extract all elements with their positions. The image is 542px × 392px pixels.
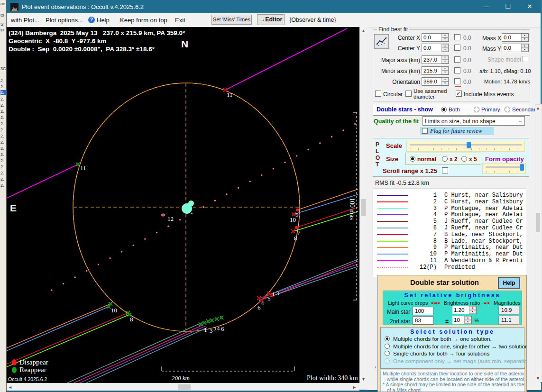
menu-keep-on-top[interactable]: Keep form on top (120, 17, 167, 24)
panel-vscroll-thumb[interactable] (536, 213, 540, 232)
major-axis-spin[interactable]: 237.0 ▲▼ (422, 55, 449, 64)
center-x-value[interactable]: 0.0 (422, 34, 441, 41)
observer-list[interactable]: 1C Hurst, near Salisbury2C Hurst, near S… (373, 189, 526, 277)
mass-y-spin[interactable]: 0.0 ▲▼ (502, 44, 529, 52)
major-axis-value[interactable]: 237.0 (422, 56, 441, 64)
observer-row[interactable]: 12(P)Predicted (373, 264, 525, 271)
radio-secondary-label[interactable]: Secondary (512, 107, 538, 112)
observer-time-label[interactable]: {Observer & time} (289, 17, 336, 23)
menu-with-plot[interactable]: with Plot... (11, 17, 39, 24)
radio-secondary[interactable] (505, 107, 510, 112)
orientation-value[interactable]: 359.0 (422, 78, 441, 85)
observer-row[interactable]: 10P Martinaitis, near Dut (373, 251, 525, 257)
ratio-value[interactable]: 1.20 (452, 306, 469, 314)
size-x2-label[interactable]: x 2 (450, 156, 458, 163)
scroll-range-checkbox[interactable] (442, 167, 448, 173)
close-button[interactable]: ✕ (519, 0, 541, 13)
use-assumed-checkbox[interactable] (405, 91, 412, 97)
radio-primary[interactable] (474, 107, 479, 112)
flag-review-checkbox[interactable] (422, 128, 428, 134)
radio-both[interactable] (441, 107, 447, 112)
observer-row[interactable]: 6J Rueff, near Cudlee Cr (373, 225, 525, 231)
fit-chart-button[interactable] (374, 34, 389, 49)
set-miss-times-button[interactable]: Set 'Miss' Times (211, 15, 252, 25)
observer-row[interactable]: 3P Montague, near Adelai (373, 205, 525, 212)
scale-slider[interactable] (406, 141, 525, 152)
plot-canvas[interactable]: *111191078108513461324612 (324) Bamberga… (7, 27, 359, 383)
main-star-input[interactable]: 100 (413, 307, 433, 315)
center-y-spin[interactable]: 0.0 ▲▼ (422, 44, 449, 52)
form-opacity-thumb[interactable] (520, 164, 524, 171)
panel-scroll-left-icon[interactable]: ‹ (375, 364, 377, 370)
scroll-up-arrow[interactable]: ▲ (360, 28, 367, 33)
include-miss-checkbox[interactable] (456, 91, 462, 97)
size-normal-label[interactable]: normal (417, 156, 436, 163)
radio-both-label[interactable]: Both (449, 107, 460, 112)
circular-checkbox[interactable] (375, 91, 381, 97)
observer-row[interactable]: 4P Montague, near Adelai (373, 211, 525, 218)
quality-combobox[interactable]: Limits on size, but no shape ⌄ (423, 116, 525, 126)
center-y-value[interactable]: 0.0 (422, 44, 441, 52)
solution-option[interactable]: One component only → set mags (auto min.… (384, 358, 522, 365)
solution-radio[interactable] (385, 344, 390, 349)
orientation-arrows[interactable]: ▲▼ (441, 78, 449, 85)
center-x-checkbox[interactable] (454, 34, 460, 40)
solution-option[interactable]: Multiple chords for both → one solution. (384, 336, 522, 343)
form-opacity-slider[interactable] (482, 163, 526, 174)
size-normal-radio[interactable] (410, 156, 415, 162)
minimize-button[interactable]: — (475, 0, 497, 13)
size-x5-label[interactable]: x 5 (469, 156, 477, 163)
panel-vscrollbar[interactable]: ▲ ▼ (535, 104, 542, 382)
plot-hscrollbar[interactable]: ◄ ► (7, 383, 359, 391)
observer-row[interactable]: 7B Lade, near Stockport, (373, 231, 525, 238)
center-x-arrows[interactable]: ▲▼ (441, 34, 449, 41)
orientation-checkbox[interactable] (454, 78, 460, 84)
tolerance-spin[interactable]: 10 ▲▼ (452, 316, 472, 324)
ratio-arrows[interactable]: ▲▼ (469, 306, 476, 314)
solution-radio[interactable] (385, 351, 390, 356)
center-y-arrows[interactable]: ▲▼ (441, 44, 449, 52)
minor-axis-checkbox[interactable] (454, 67, 460, 73)
minor-axis-value[interactable]: 215.9 (422, 67, 441, 74)
mass-x-value[interactable]: 0.0 (502, 34, 521, 41)
tolerance-arrows[interactable]: ▲▼ (464, 316, 471, 324)
observer-row[interactable]: 1C Hurst, near Salisbury (373, 192, 525, 199)
help-button[interactable]: Help (498, 277, 520, 289)
editor-button[interactable]: →Editor (257, 14, 285, 25)
mass-y-arrows[interactable]: ▲▼ (521, 44, 528, 52)
center-x-spin[interactable]: 0.0 ▲▼ (422, 33, 449, 42)
menu-exit[interactable]: Exit (175, 17, 185, 24)
panel-scroll-down-icon[interactable]: ▼ (535, 376, 541, 381)
minor-axis-arrows[interactable]: ▲▼ (441, 67, 449, 74)
mass-x-arrows[interactable]: ▲▼ (521, 34, 528, 41)
size-x5-radio[interactable] (461, 156, 467, 162)
scale-slider-thumb[interactable] (467, 142, 471, 148)
tolerance-value[interactable]: 10 (452, 316, 464, 324)
hscroll-thumb[interactable] (178, 384, 191, 390)
observer-row[interactable]: 11A Wendelborn & R Prenti (373, 257, 525, 264)
plot-vscrollbar[interactable]: ▲ ▼ (359, 27, 367, 383)
center-y-checkbox[interactable] (454, 45, 460, 51)
solution-option[interactable]: Single chords for both → four solutions (384, 350, 522, 357)
second-star-input[interactable]: 83 (413, 316, 433, 325)
observer-row[interactable]: 2C Hurst, near Salisbury (373, 199, 525, 205)
panel-scroll-up-icon[interactable]: ▲ (535, 106, 541, 110)
observer-row[interactable]: 9P Martinaitis, near Dut (373, 244, 525, 251)
chevron-down-icon[interactable]: ⌄ (518, 118, 523, 124)
menu-help[interactable]: Help (97, 17, 110, 24)
observer-row[interactable]: 8B Lade, near Stockport, (373, 238, 525, 245)
vscroll-thumb[interactable] (361, 199, 366, 216)
major-axis-arrows[interactable]: ▲▼ (441, 56, 449, 64)
solution-option[interactable]: Multiple chords for one, single for othe… (384, 343, 522, 350)
observer-row[interactable]: 5J Rueff, near Cudlee Cr (373, 218, 525, 225)
mass-x-spin[interactable]: 0.0 ▲▼ (502, 33, 529, 42)
ratio-spin[interactable]: 1.20 ▲▼ (452, 306, 477, 314)
panel-scroll-right-icon[interactable]: › (524, 365, 525, 371)
scroll-down-arrow[interactable]: ▼ (360, 377, 367, 382)
maximize-button[interactable]: ☐ (497, 0, 519, 13)
menu-plot-options[interactable]: Plot options... (46, 17, 83, 24)
scroll-right-arrow[interactable]: ► (352, 385, 357, 390)
minor-axis-spin[interactable]: 215.9 ▲▼ (422, 66, 449, 75)
major-axis-checkbox[interactable] (454, 56, 460, 63)
size-x2-radio[interactable] (442, 156, 448, 162)
